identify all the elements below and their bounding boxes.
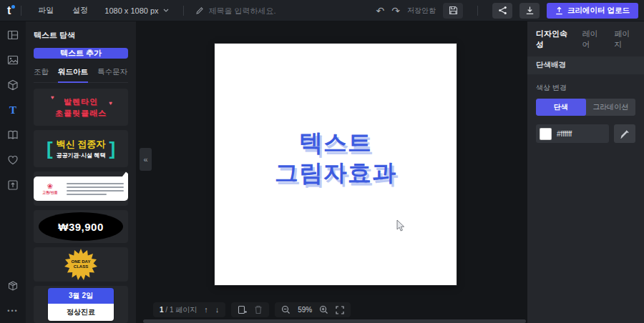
zoom-out-button[interactable] [281,305,291,314]
color-change-label: 색상 변경 [536,83,635,93]
design-editor-app: t 파일 설정 1080 x 1080 px ↶ ↷ 저장안함 [0,0,644,323]
wordart-template-list: ♥ ♥ 발렌타인 초콜릿클래스 [ 백신 접종자 공공기관·시설 혜택 ] [34,89,128,323]
canvas-size-value: 1080 x 1080 px [104,6,158,15]
vaccine-line2: 공공기관·시설 혜택 [57,151,106,159]
eyedropper-icon [620,129,630,139]
tab-wordart[interactable]: 워드아트 [58,67,88,83]
valentine-line2: 초콜릿클래스 [55,108,107,119]
zoom-group: 59% [275,302,351,317]
download-icon [525,6,535,15]
favorites-heart-icon[interactable] [6,154,19,167]
fit-screen-button[interactable] [336,306,344,314]
library-icon[interactable] [6,129,19,141]
template-price[interactable]: ₩39,900 [34,210,128,243]
schedule-status: 정상진료 [48,304,114,321]
divider [477,6,478,16]
price-text: ₩39,900 [58,221,104,233]
floppy-disk-icon [449,6,458,15]
pencil-icon [195,6,204,15]
panel-title: 텍스트 탐색 [34,30,128,41]
price-badge: ₩39,900 [39,212,123,241]
design-canvas[interactable]: 텍스트 그림자효과 [215,44,457,285]
tab-combination[interactable]: 조합 [34,67,49,82]
tool-sidebar: T ••• [0,21,26,323]
page-nav-group: 1 / 1 페이지 ↑ ↓ [153,302,225,317]
template-one-day-class[interactable]: ONE DAY CLASS [34,247,128,282]
fill-gradient-option[interactable]: 그라데이션 [586,99,636,116]
starburst-badge: ONE DAY CLASS [64,248,97,281]
zoom-level-value[interactable]: 59% [298,306,312,314]
collapse-chevrons-icon: « [143,155,147,164]
add-page-button[interactable] [238,305,247,314]
page-indicator: 1 / 1 페이지 [160,305,197,315]
template-notice-bubble[interactable]: ❀ 교환/반품 [34,172,128,206]
tab-design-properties[interactable]: 디자인속성 [536,29,572,50]
fill-type-toggle: 단색 그라데이션 [536,99,635,116]
add-text-button[interactable]: 텍스트 추가 [34,48,128,59]
canvas-size-dropdown[interactable]: 1080 x 1080 px [97,6,175,15]
delete-page-button[interactable] [254,305,263,314]
menu-settings[interactable]: 설정 [63,5,97,16]
photos-icon[interactable] [6,54,19,66]
notice-logo-text: 교환/반품 [42,190,57,194]
speech-bubble: ❀ 교환/반품 [34,177,128,201]
undo-button[interactable]: ↶ [376,6,385,16]
color-swatch[interactable] [540,128,552,140]
tab-pages[interactable]: 페이지 [614,29,635,50]
page-down-button[interactable]: ↓ [215,306,220,314]
app-logo[interactable]: t [7,4,14,17]
download-button[interactable] [519,3,540,19]
heart-icon: ♥ [51,94,54,101]
hex-color-value: #ffffff [557,130,572,138]
oneday-line1: ONE DAY [72,259,91,264]
zoom-in-button[interactable] [319,305,328,314]
page-edit-group [231,302,269,317]
oneday-line2: CLASS [72,264,91,269]
page-up-button[interactable]: ↑ [204,306,208,314]
menu-file[interactable]: 파일 [29,5,63,16]
share-icon [498,6,507,15]
template-vaccine[interactable]: [ 백신 접종자 공공기관·시설 혜택 ] [34,130,128,167]
fill-solid-option[interactable]: 단색 [536,99,586,116]
share-button[interactable] [492,3,512,19]
schedule-date: 3월 2일 [48,288,114,304]
tab-layers[interactable]: 레이어 [582,29,604,50]
vaccine-line1: 백신 접종자 [57,138,106,151]
text-tool-icon-active[interactable]: T [6,104,19,116]
elements-icon[interactable] [6,79,19,91]
text-explore-panel: 텍스트 탐색 텍스트 추가 조합 워드아트 특수문자 ♥ ♥ 발렌타인 초콜릿클… [26,21,136,323]
top-toolbar: t 파일 설정 1080 x 1080 px ↶ ↷ 저장안함 [0,0,644,21]
background-color-row: #ffffff [536,124,635,143]
schedule-card: 3월 2일 정상진료 [48,288,114,321]
package-box-icon[interactable] [6,279,19,292]
uploads-icon[interactable] [6,179,19,192]
notice-text-lines [67,183,124,195]
tab-special-chars[interactable]: 특수문자 [97,67,127,82]
logo-dot-icon [11,5,15,9]
canvas-text-line1: 텍스트 [215,128,457,158]
text-panel-tabs: 조합 워드아트 특수문자 [34,67,128,83]
canvas-text-element[interactable]: 텍스트 그림자효과 [215,128,457,188]
template-valentine[interactable]: ♥ ♥ 발렌타인 초콜릿클래스 [34,89,128,126]
template-schedule[interactable]: 3월 2일 정상진료 [34,286,128,323]
flower-icon: ❀ [47,183,53,190]
canvas-bottom-bar: 1 / 1 페이지 ↑ ↓ 59% [153,302,351,317]
panel-collapse-button[interactable]: « [140,148,152,171]
more-options-icon[interactable]: ••• [6,304,19,317]
document-title-input[interactable] [209,6,316,15]
section-solid-background: 단색배경 [527,56,644,74]
hex-color-field[interactable]: #ffffff [536,124,609,143]
bracket-open: [ [47,139,53,158]
redo-button[interactable]: ↷ [391,6,400,16]
chevron-down-icon [163,9,169,12]
horizontal-scrollbar[interactable] [143,319,526,323]
eyedropper-button[interactable] [614,124,635,143]
heart-icon: ♥ [109,100,112,106]
templates-icon[interactable] [6,29,19,41]
save-button[interactable] [443,3,463,19]
divider [183,6,184,16]
creator-upload-button[interactable]: 크리에이터 업로드 [547,3,638,19]
properties-panel: 디자인속성 레이어 페이지 단색배경 색상 변경 단색 그라데이션 #fffff… [527,21,644,323]
canvas-workspace[interactable]: « 텍스트 그림자효과 1 / 1 페이지 ↑ ↓ [136,21,527,323]
properties-tabs: 디자인속성 레이어 페이지 [527,21,644,56]
